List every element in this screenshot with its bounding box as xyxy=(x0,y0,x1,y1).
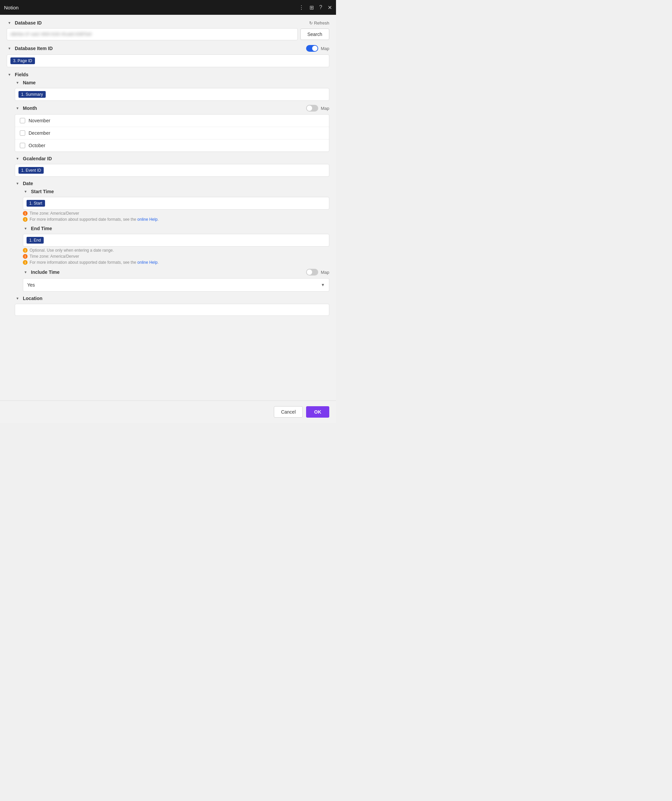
include-time-select-value: Yes xyxy=(27,282,35,288)
location-label: Location xyxy=(23,296,42,301)
title-bar: Notion ⋮ ⊞ ? ✕ xyxy=(0,0,336,15)
fields-chevron[interactable] xyxy=(7,72,12,77)
month-map-label: Map xyxy=(321,106,329,111)
date-chevron[interactable] xyxy=(15,181,20,186)
database-item-id-header: Database Item ID Map xyxy=(7,45,329,52)
checkbox-november[interactable]: November xyxy=(15,114,329,127)
december-label: December xyxy=(29,130,50,136)
database-id-row: d8b5be:1F eab2 4806 8160 #5cab0-638F5e9 … xyxy=(7,28,329,40)
menu-icon[interactable]: ⋮ xyxy=(299,4,304,11)
format-icon: i xyxy=(23,217,27,222)
checkbox-december[interactable]: December xyxy=(15,127,329,140)
optional-icon: i xyxy=(23,248,27,253)
start-time-chip: 1. Start xyxy=(27,200,45,207)
database-id-section: Database ID ↻ Refresh d8b5be:1F eab2 480… xyxy=(7,20,329,40)
main-content: Database ID ↻ Refresh d8b5be:1F eab2 480… xyxy=(0,15,336,400)
include-time-toggle[interactable] xyxy=(306,269,318,275)
month-subsection: Month Map November December xyxy=(15,105,329,152)
app-title: Notion xyxy=(4,5,18,10)
gcalendar-id-chevron[interactable] xyxy=(15,156,20,161)
month-label: Month xyxy=(23,106,37,111)
date-label: Date xyxy=(23,181,33,186)
date-subsection: Date Start Time 1. Start i Time zone: Am… xyxy=(15,181,329,292)
start-time-format-text: For more information about supported dat… xyxy=(30,217,159,222)
month-header: Month Map xyxy=(15,105,329,111)
name-label: Name xyxy=(23,80,35,85)
end-time-help-link[interactable]: online Help xyxy=(137,260,158,265)
end-time-timezone-info: i Time zone: America/Denver xyxy=(23,254,329,259)
database-id-header: Database ID ↻ Refresh xyxy=(7,20,329,26)
start-time-input[interactable]: 1. Start xyxy=(23,197,329,210)
end-format-icon: i xyxy=(23,260,27,265)
start-time-timezone-info: i Time zone: America/Denver xyxy=(23,211,329,216)
location-subsection: Location xyxy=(15,296,329,316)
name-header: Name xyxy=(15,80,329,85)
name-subsection: Name 1. Summary xyxy=(15,80,329,101)
database-item-id-map-label: Map xyxy=(321,46,329,51)
database-id-actions: ↻ Refresh xyxy=(309,21,329,26)
end-time-header: End Time xyxy=(23,226,329,231)
october-label: October xyxy=(29,143,45,148)
end-time-chevron[interactable] xyxy=(23,226,28,231)
database-item-id-input[interactable]: 3. Page ID xyxy=(7,55,329,67)
fields-header: Fields xyxy=(7,72,329,77)
database-item-id-chip: 3. Page ID xyxy=(10,58,35,64)
end-time-format-info: i For more information about supported d… xyxy=(23,260,329,265)
app-title-area: Notion xyxy=(4,5,18,10)
database-item-id-toggle-area: Map xyxy=(306,45,329,52)
ok-button[interactable]: OK xyxy=(306,406,329,418)
month-toggle-knob xyxy=(307,106,312,111)
checkbox-october[interactable]: October xyxy=(15,140,329,151)
start-time-format-info: i For more information about supported d… xyxy=(23,217,329,222)
month-toggle[interactable] xyxy=(306,105,318,111)
start-time-label: Start Time xyxy=(31,189,54,194)
name-chevron[interactable] xyxy=(15,80,20,85)
gcalendar-id-label: Gcalendar ID xyxy=(23,156,52,161)
include-time-subsection: Include Time Map Yes ▼ xyxy=(23,269,329,292)
end-time-chip: 1. End xyxy=(27,237,44,244)
close-icon[interactable]: ✕ xyxy=(328,4,332,11)
database-id-value: d8b5be:1F eab2 4806 8160 #5cab0-638F5e9 xyxy=(10,32,92,37)
start-time-chevron[interactable] xyxy=(23,189,28,194)
location-input[interactable] xyxy=(15,304,329,316)
december-checkbox[interactable] xyxy=(20,130,25,136)
location-chevron[interactable] xyxy=(15,296,20,301)
database-item-id-chevron[interactable] xyxy=(7,46,12,51)
end-time-format-text: For more information about supported dat… xyxy=(30,260,159,265)
month-chevron[interactable] xyxy=(15,106,20,111)
database-id-label: Database ID xyxy=(15,20,42,26)
database-id-chevron[interactable] xyxy=(7,20,12,26)
month-checkbox-list: November December October xyxy=(15,114,329,152)
location-header: Location xyxy=(15,296,329,301)
gcalendar-id-chip: 1. Event ID xyxy=(18,167,44,174)
start-time-subsection: Start Time 1. Start i Time zone: America… xyxy=(23,189,329,222)
end-time-timezone-text: Time zone: America/Denver xyxy=(30,254,79,259)
grid-icon[interactable]: ⊞ xyxy=(309,4,314,11)
search-button[interactable]: Search xyxy=(301,29,329,40)
start-time-timezone-text: Time zone: America/Denver xyxy=(30,211,79,216)
help-icon[interactable]: ? xyxy=(319,4,322,10)
include-time-toggle-knob xyxy=(307,269,312,275)
start-time-header: Start Time xyxy=(23,189,329,194)
november-checkbox[interactable] xyxy=(20,118,25,123)
start-time-help-link[interactable]: online Help xyxy=(137,217,158,222)
end-time-input[interactable]: 1. End xyxy=(23,234,329,247)
include-time-chevron[interactable] xyxy=(23,269,28,275)
gcalendar-id-input[interactable]: 1. Event ID xyxy=(15,164,329,177)
include-time-select[interactable]: Yes ▼ xyxy=(23,278,329,292)
include-time-header: Include Time Map xyxy=(23,269,329,275)
cancel-button[interactable]: Cancel xyxy=(274,406,303,418)
november-label: November xyxy=(29,118,50,123)
gcalendar-id-header: Gcalendar ID xyxy=(15,156,329,161)
refresh-button[interactable]: ↻ Refresh xyxy=(309,21,329,26)
name-input[interactable]: 1. Summary xyxy=(15,88,329,101)
month-toggle-area: Map xyxy=(306,105,329,111)
bottom-action-bar: Cancel OK xyxy=(0,400,336,423)
database-item-id-section: Database Item ID Map 3. Page ID xyxy=(7,45,329,67)
database-item-id-label: Database Item ID xyxy=(15,46,53,51)
october-checkbox[interactable] xyxy=(20,143,25,148)
name-chip: 1. Summary xyxy=(18,91,46,98)
database-item-id-toggle[interactable] xyxy=(306,45,318,52)
database-id-input[interactable]: d8b5be:1F eab2 4806 8160 #5cab0-638F5e9 xyxy=(7,28,298,40)
end-time-optional-info: i Optional. Use only when entering a dat… xyxy=(23,248,329,253)
